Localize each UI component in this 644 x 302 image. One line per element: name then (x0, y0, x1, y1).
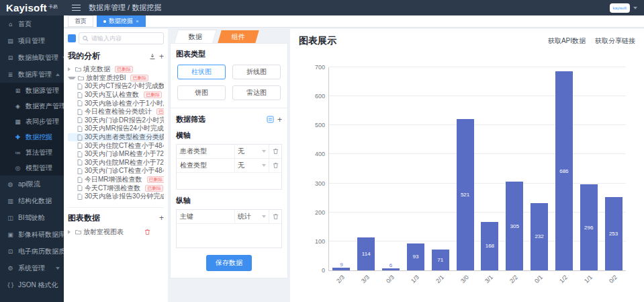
import-analysis-icon[interactable] (149, 53, 156, 60)
sidebar-item-structured[interactable]: ▥结构化数据 (0, 192, 64, 209)
bar[interactable]: 305 (506, 182, 523, 270)
filter-table-icon[interactable] (267, 116, 274, 123)
tree-item[interactable]: 30天内患者类型检查分类统计 (68, 133, 164, 142)
add-chart-data-button[interactable]: + (159, 215, 164, 221)
tree-item[interactable]: 填充数据已删除 (68, 65, 164, 74)
axis-row: 检查类型无 (177, 159, 281, 173)
bar[interactable]: 93 (407, 243, 424, 270)
document-icon (77, 185, 83, 191)
analysis-panel: 请输入内容 我的分析 + 填充数据已删除放射室质控BI已删除30天内CT报告2小… (64, 29, 168, 302)
caret-right-icon[interactable] (68, 67, 73, 71)
sidebar-item-bi[interactable]: ◫BI驾驶舱 (0, 209, 64, 226)
folder-icon (75, 229, 81, 235)
delete-icon[interactable] (144, 229, 150, 235)
sidebar-item-imaging[interactable]: ▣影像科研数据库 (0, 226, 64, 243)
y-axis-tick-label: 500 (304, 122, 325, 128)
bar[interactable]: 521 (457, 119, 474, 270)
caret-down-icon[interactable] (68, 77, 76, 79)
deleted-badge: 已删除 (145, 185, 163, 192)
caret-right-icon[interactable] (68, 230, 73, 234)
sidebar-item-datasource[interactable]: ⊞数据源管理 (0, 83, 64, 98)
sidebar-item-asset[interactable]: ◈数据资产管理 (0, 98, 64, 114)
bar[interactable]: 232 (531, 203, 548, 270)
bar[interactable]: 71 (432, 250, 449, 270)
axis-agg-select[interactable]: 无 (235, 145, 269, 158)
get-share-link[interactable]: 获取分享链接 (595, 36, 635, 46)
tab-component[interactable]: 组件 (218, 30, 259, 43)
tab-data-mining[interactable]: 数据挖掘 × (97, 15, 146, 27)
chart-data-item[interactable]: 放射室视图表 (68, 227, 164, 237)
tree-item[interactable]: 30天内住院MR检查小于72小时总计 (68, 159, 164, 167)
structured-icon: ▥ (7, 198, 14, 204)
tree-item[interactable]: 30天内住院CT检查小于48小时总计 (68, 141, 164, 150)
bar-value-label: 114 (362, 251, 371, 257)
tree-item[interactable]: 放射室质控BI已删除 (68, 74, 164, 83)
tree-item[interactable]: 30天内门诊DR报告2小时完成数 (68, 116, 164, 125)
sidebar-item-api[interactable]: ◍api限流 (0, 176, 64, 192)
axis-agg-select[interactable]: 无 (235, 159, 269, 172)
axis-field-label: 主键 (177, 210, 235, 223)
add-analysis-button[interactable]: + (159, 53, 164, 60)
tree-item[interactable]: 30天内门诊CT检查小于48小时总计 (68, 167, 164, 176)
chart-type-button[interactable]: 折线图 (232, 65, 281, 79)
project-icon: ▤ (7, 38, 14, 44)
bar[interactable]: 6 (382, 268, 400, 270)
tree-item[interactable]: 今日MR增强检查数已删除 (68, 176, 164, 184)
get-api-data-link[interactable]: 获取API数据 (548, 36, 586, 46)
user-avatar[interactable]: kayisoft (610, 3, 630, 13)
tree-item[interactable]: 今天CT增强检查数已删除 (68, 184, 164, 192)
sidebar-item-project[interactable]: ▤项目管理 (0, 32, 64, 49)
collapse-menu-icon[interactable] (72, 5, 81, 11)
sidebar-item-system[interactable]: ⚙系统管理 (0, 260, 64, 276)
chevron-down-icon[interactable] (633, 7, 637, 9)
document-icon (77, 177, 83, 183)
sidebar-item-home[interactable]: ⌂首页 (0, 15, 64, 32)
deleted-badge: 已删除 (115, 66, 133, 73)
sidebar-item-table-sync[interactable]: ▦表同步管理 (0, 114, 64, 129)
deleted-badge: 已删除 (147, 176, 164, 183)
tab-data[interactable]: 数据 (174, 30, 217, 43)
bar[interactable]: 296 (580, 184, 598, 270)
sidebar-item-algorithm[interactable]: ≔算法管理 (0, 145, 64, 160)
save-data-button[interactable]: 保存数据 (206, 255, 252, 271)
bar[interactable]: 168 (481, 222, 498, 270)
sidebar-item-label: 数据挖掘 (26, 133, 52, 142)
x-axis-tick-label: 2/3 (329, 274, 346, 291)
axis-agg-select[interactable]: 统计 (235, 210, 269, 223)
tree-item[interactable]: 30天内CT报告2小时完成数已删除 (68, 82, 164, 91)
table-sync-icon: ▦ (14, 118, 21, 125)
delete-icon[interactable] (269, 145, 281, 158)
bar[interactable]: 9 (332, 268, 350, 270)
sidebar-item-json[interactable]: {}JSON 格式化 (0, 276, 64, 293)
sidebar-item-model[interactable]: ◎模型管理 (0, 160, 64, 176)
brand-name: Kayisoft (6, 2, 47, 13)
chart-type-button[interactable]: 柱状图 (177, 65, 226, 79)
tree-item[interactable]: 30天内MR报告24小时完成数 (68, 124, 164, 133)
bar[interactable]: 253 (605, 197, 623, 270)
delete-icon[interactable] (269, 159, 281, 172)
tree-item[interactable]: 30天内门诊MR检查小于72小时总计 (68, 150, 164, 159)
tree-item[interactable]: 今日检查检验分类统计已删除 (68, 108, 164, 116)
bar[interactable]: 686 (555, 71, 573, 270)
chart-type-button[interactable]: 雷达图 (232, 85, 281, 100)
sidebar-item-emr[interactable]: ⊡电子病历数据质控 (0, 243, 64, 260)
search-input[interactable]: 请输入内容 (79, 32, 164, 44)
config-panel-spacer (170, 278, 288, 302)
tree-item[interactable]: 30天内急诊报告30分钟完成数 (68, 192, 164, 201)
tree-item[interactable]: 30天内互认检查数已删除 (68, 91, 164, 100)
tree-item[interactable]: 30天内急诊检查小于1小时总计 (68, 99, 164, 108)
sidebar-item-database[interactable]: ≣数据库管理 (0, 66, 64, 83)
tab-home[interactable]: 首页 (68, 15, 93, 27)
chart-type-button[interactable]: 饼图 (177, 85, 226, 100)
close-icon[interactable]: × (136, 19, 139, 24)
delete-icon[interactable] (269, 210, 281, 223)
add-filter-button[interactable]: + (277, 116, 282, 123)
deleted-badge: 已删除 (144, 91, 162, 98)
y-axis-tick-label: 0 (304, 267, 325, 274)
bar[interactable]: 114 (357, 237, 375, 270)
chart-type-label: 柱状图 (191, 67, 212, 77)
sidebar-item-extract[interactable]: ⊟数据抽取管理 (0, 49, 64, 66)
database-icon: ≣ (7, 71, 14, 78)
tree-toggle-button[interactable] (68, 34, 76, 42)
sidebar-item-mining[interactable]: ✚数据挖掘 (0, 129, 64, 145)
